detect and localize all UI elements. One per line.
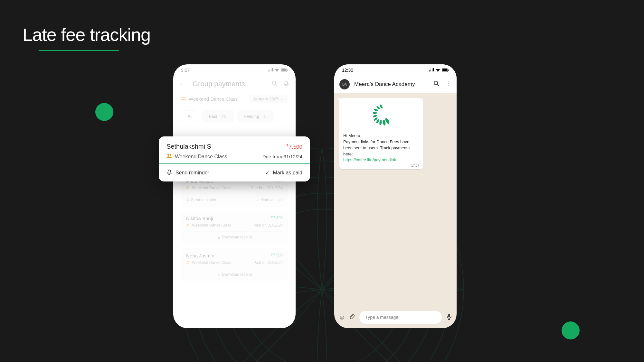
chat-title: Meera's Dance Academy — [354, 81, 415, 88]
status-bar: 12:30 — [334, 64, 457, 76]
payment-status: Due from 31/12/24 — [251, 186, 283, 190]
more-icon[interactable]: ⋮ — [446, 80, 451, 88]
svg-point-17 — [188, 261, 189, 262]
popup-due-date: Due from 31/12/24 — [262, 154, 302, 159]
payment-status: Paid on 31/12/24 — [253, 223, 283, 227]
brand-logo — [343, 101, 419, 133]
popup-amount: ₹7,500 — [286, 143, 302, 150]
check-icon: ✓ — [265, 170, 270, 176]
payment-status: Paid on 31/12/24 — [253, 260, 283, 265]
people-icon — [181, 96, 186, 102]
status-bar: 9:27 — [173, 64, 296, 76]
mark-paid-button[interactable]: ✓ Mark as paid — [234, 164, 310, 181]
popup-group: Weekend Dance Class — [166, 153, 227, 160]
group-selector[interactable]: Weekend Dance Class — [181, 96, 238, 102]
payment-amount: ₹7,500 — [270, 253, 283, 258]
svg-point-14 — [187, 224, 188, 225]
status-time: 9:27 — [181, 68, 190, 73]
svg-point-33 — [382, 119, 386, 125]
message-input[interactable]: Type a message — [359, 311, 442, 324]
chat-body: Hi Meera, Payment links for Dance Fees h… — [334, 93, 457, 304]
chevron-down-icon: ⌄ — [280, 97, 284, 101]
people-icon — [186, 260, 190, 265]
group-filter-row: Weekend Dance Class January 2025 ⌄ — [173, 92, 296, 106]
svg-point-18 — [167, 154, 169, 156]
paid-count-badge: 73 — [220, 114, 227, 119]
whatsapp-phone: 12:30 DA Meera's Dance Academy ⋮ — [334, 64, 457, 328]
accent-dot-right — [562, 321, 580, 339]
svg-point-11 — [184, 97, 185, 98]
people-icon — [186, 223, 190, 227]
svg-rect-35 — [448, 314, 450, 317]
status-icons — [268, 68, 288, 72]
svg-rect-22 — [448, 70, 449, 71]
mark-paid-button[interactable]: ✓ Mark as paid — [256, 198, 283, 202]
chat-avatar: DA — [339, 79, 350, 89]
payer-name: Neha Jasmin — [186, 253, 214, 258]
search-icon[interactable] — [272, 80, 278, 88]
popup-payer-name: Sethulakshmi S — [166, 143, 211, 150]
svg-point-10 — [182, 97, 184, 98]
svg-line-9 — [275, 84, 277, 86]
status-time: 12:30 — [342, 68, 353, 73]
payments-app-phone: 9:27 ← Group payments Weekend Dance Clas… — [173, 64, 296, 328]
payment-detail-popup: Sethulakshmi S ₹7,500 Weekend Dance Clas… — [159, 136, 310, 181]
pending-count-badge: 2 — [261, 114, 267, 119]
chat-header[interactable]: DA Meera's Dance Academy ⋮ — [334, 76, 457, 93]
tab-pending[interactable]: Pending2 — [237, 110, 274, 122]
accent-dot-left — [95, 103, 113, 121]
svg-point-16 — [187, 261, 188, 262]
payment-item[interactable]: Neha Jasmin₹7,500 Weekend Dance ClassPai… — [181, 248, 288, 281]
download-receipt-button[interactable]: Download receipt — [217, 272, 252, 277]
svg-rect-6 — [281, 69, 286, 71]
page-title: Group payments — [193, 80, 245, 88]
payment-amount: ₹7,500 — [270, 216, 283, 221]
filter-tabs: All Paid73 Pending2 — [173, 106, 296, 125]
title-underline — [39, 50, 119, 51]
back-icon[interactable]: ← — [180, 80, 187, 88]
payment-item[interactable]: Nikitha Shoji₹7,500 Weekend Dance ClassP… — [181, 211, 288, 244]
tab-all[interactable]: All — [181, 110, 199, 122]
chat-message[interactable]: Hi Meera, Payment links for Dance Fees h… — [339, 98, 423, 169]
people-icon — [186, 186, 190, 190]
message-time: 17:07 — [343, 164, 419, 167]
svg-point-15 — [188, 224, 189, 225]
tab-paid[interactable]: Paid73 — [202, 110, 234, 122]
svg-point-29 — [372, 115, 377, 118]
send-reminder-button[interactable]: Send reminder — [159, 164, 234, 181]
svg-point-13 — [188, 186, 189, 188]
svg-line-24 — [437, 84, 439, 86]
people-icon — [166, 153, 172, 160]
message-text: Hi Meera, Payment links for Dance Fees h… — [343, 133, 419, 163]
payment-link[interactable]: https://cofee.life/paymentlink — [343, 157, 396, 162]
search-icon[interactable] — [433, 80, 440, 88]
svg-point-23 — [434, 81, 438, 85]
svg-point-19 — [170, 154, 171, 156]
attachment-icon[interactable] — [348, 313, 355, 321]
chat-input-bar: ☺ Type a message — [339, 311, 452, 324]
emoji-icon[interactable]: ☺ — [339, 314, 345, 321]
send-reminder-button[interactable]: Send reminder — [186, 198, 216, 202]
svg-point-8 — [272, 81, 276, 84]
mic-icon[interactable] — [446, 313, 452, 321]
bell-icon[interactable] — [283, 80, 289, 88]
svg-point-32 — [379, 120, 382, 125]
svg-point-28 — [373, 112, 377, 114]
app-header: ← Group payments — [173, 76, 296, 92]
slide-title: Late fee tracking — [23, 24, 150, 45]
svg-point-27 — [374, 108, 378, 112]
group-name: Weekend Dance Class — [189, 96, 238, 102]
month-selector[interactable]: January 2025 ⌄ — [249, 95, 288, 103]
svg-rect-7 — [287, 70, 288, 71]
svg-rect-21 — [442, 69, 447, 71]
bell-icon — [166, 169, 172, 176]
payer-name: Nikitha Shoji — [186, 216, 213, 221]
status-icons — [429, 68, 449, 72]
download-receipt-button[interactable]: Download receipt — [217, 235, 252, 239]
svg-point-12 — [187, 186, 188, 188]
